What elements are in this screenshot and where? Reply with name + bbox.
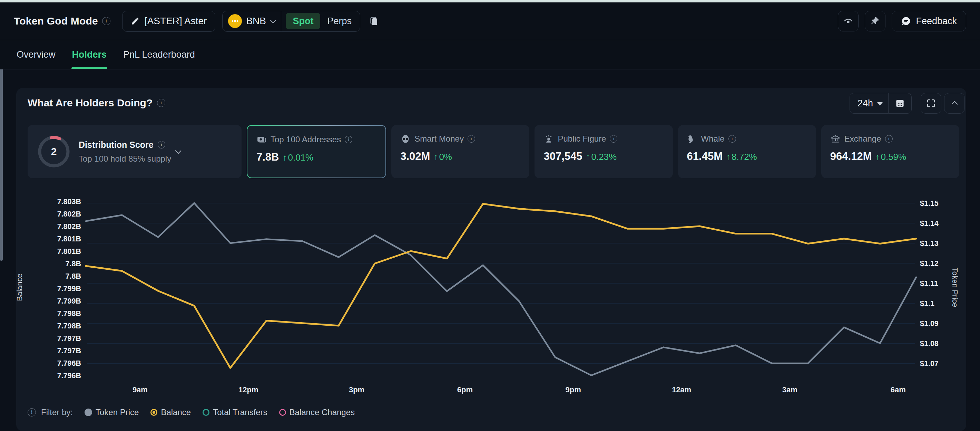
- filter-option-total-transfers[interactable]: Total Transfers: [202, 407, 267, 417]
- radio-icon: [202, 409, 210, 416]
- window-top-strip: [0, 0, 980, 2]
- chain-label[interactable]: BNB: [246, 16, 266, 27]
- watch-button[interactable]: [838, 11, 859, 32]
- tab-overview[interactable]: Overview: [17, 40, 56, 69]
- up-arrow-icon: ↑: [433, 152, 438, 162]
- filter-option-balance-changes[interactable]: Balance Changes: [279, 407, 355, 417]
- market-tab-spot[interactable]: Spot: [286, 13, 320, 29]
- stat-value: 307,545: [544, 150, 582, 163]
- token-selector-button[interactable]: [ASTER] Aster: [122, 11, 216, 32]
- chevron-down-icon[interactable]: [270, 17, 276, 23]
- stat-card-public-figure[interactable]: Public Figure 307,545 ↑0.23%: [535, 125, 673, 178]
- filter-option-label: Balance Changes: [290, 407, 355, 417]
- stat-title: Top 100 Addresses: [270, 135, 341, 144]
- info-icon[interactable]: [885, 135, 893, 143]
- timeframe-control: 24h: [850, 93, 912, 113]
- filter-option-balance[interactable]: Balance: [150, 407, 191, 417]
- fullscreen-button[interactable]: [921, 93, 941, 113]
- stat-value: 7.8B: [256, 151, 279, 163]
- pencil-icon: [131, 17, 140, 26]
- page-tabs: Overview Holders PnL Leaderboard: [0, 40, 980, 69]
- distribution-score-value: 2: [37, 134, 71, 169]
- info-icon[interactable]: [610, 135, 617, 143]
- filter-option-label: Total Transfers: [213, 407, 267, 417]
- stat-value: 61.45M: [687, 150, 722, 163]
- feedback-button[interactable]: Feedback: [892, 11, 966, 32]
- collapse-button[interactable]: [944, 93, 965, 113]
- stat-cards-row: 2 Distribution Score Top 100 hold 85% su…: [28, 125, 959, 178]
- info-icon[interactable]: [157, 99, 165, 107]
- stat-card-smart-money[interactable]: Smart Money 3.02M ↑0%: [391, 125, 529, 178]
- score-ring: 2: [37, 134, 71, 169]
- up-arrow-icon: ↑: [875, 152, 880, 162]
- calendar-icon: [895, 98, 905, 109]
- stat-title: Public Figure: [558, 134, 606, 144]
- fullscreen-icon: [926, 98, 936, 109]
- tab-pnl-leaderboard[interactable]: PnL Leaderboard: [123, 40, 195, 69]
- info-icon[interactable]: [28, 408, 36, 417]
- stat-delta: 0.01%: [288, 152, 313, 163]
- radio-icon: [150, 409, 158, 416]
- info-icon[interactable]: [345, 136, 352, 143]
- bnb-coin-icon[interactable]: [228, 14, 242, 28]
- banknote-icon: [256, 134, 267, 145]
- filter-option-token-price[interactable]: Token Price: [84, 407, 139, 417]
- speech-bubble-icon: [901, 16, 911, 26]
- smart-money-icon: [400, 134, 410, 144]
- info-icon[interactable]: [729, 135, 736, 143]
- tab-holders[interactable]: Holders: [72, 40, 107, 69]
- filter-option-label: Balance: [161, 407, 191, 417]
- stat-delta: 0.59%: [881, 152, 906, 162]
- info-icon[interactable]: [102, 17, 110, 25]
- exchange-icon: [830, 134, 841, 144]
- pin-icon: [870, 16, 880, 26]
- chevron-up-icon: [951, 101, 958, 107]
- stat-value: 3.02M: [400, 150, 430, 163]
- stat-card-exchange[interactable]: Exchange 964.12M ↑0.59%: [821, 125, 959, 178]
- stat-card-whale[interactable]: Whale 61.45M ↑8.72%: [678, 125, 816, 178]
- stat-value: 964.12M: [830, 150, 872, 163]
- radio-icon: [84, 409, 92, 416]
- whale-icon: [687, 134, 697, 144]
- pin-button[interactable]: [865, 11, 885, 32]
- copy-icon[interactable]: [369, 16, 379, 27]
- stat-title: Whale: [701, 134, 725, 144]
- up-arrow-icon: ↑: [585, 152, 590, 162]
- info-icon[interactable]: [158, 141, 165, 148]
- chart-filter-legend: Filter by: Token Price Balance Total Tra…: [28, 407, 355, 417]
- panel-title: What Are Holders Doing?: [28, 97, 153, 109]
- filter-option-label: Token Price: [95, 407, 139, 417]
- distribution-score-card[interactable]: 2 Distribution Score Top 100 hold 85% su…: [28, 125, 242, 178]
- page-title: Token God Mode: [14, 15, 98, 27]
- info-icon[interactable]: [468, 135, 475, 143]
- radio-icon: [279, 409, 286, 416]
- public-figure-icon: [544, 134, 554, 144]
- token-selector-label: [ASTER] Aster: [145, 16, 207, 27]
- calendar-button[interactable]: [888, 93, 911, 113]
- divider: [281, 11, 282, 32]
- market-tab-perps[interactable]: Perps: [320, 16, 360, 27]
- chain-market-switcher: BNB Spot Perps: [222, 11, 360, 32]
- distribution-score-title: Distribution Score: [79, 140, 154, 150]
- distribution-score-subtitle: Top 100 hold 85% supply: [79, 154, 171, 164]
- stat-card-top100[interactable]: Top 100 Addresses 7.8B ↑0.01%: [247, 125, 386, 178]
- feedback-label: Feedback: [916, 16, 957, 27]
- filter-label: Filter by:: [41, 407, 73, 417]
- app-header: Token God Mode [ASTER] Aster BNB Spot Pe…: [0, 2, 980, 40]
- timeframe-value[interactable]: 24h: [858, 98, 873, 109]
- stat-title: Smart Money: [414, 134, 464, 144]
- dropdown-arrow-icon[interactable]: [877, 102, 883, 106]
- eye-icon: [843, 16, 854, 27]
- stat-title: Exchange: [845, 134, 881, 144]
- up-arrow-icon: ↑: [726, 152, 730, 162]
- holders-activity-panel: What Are Holders Doing? 24h: [16, 88, 966, 431]
- stat-delta: 0.23%: [591, 152, 617, 162]
- up-arrow-icon: ↑: [282, 152, 287, 163]
- stat-delta: 8.72%: [732, 152, 757, 162]
- stat-delta: 0%: [439, 152, 452, 162]
- chevron-down-icon[interactable]: [175, 147, 181, 154]
